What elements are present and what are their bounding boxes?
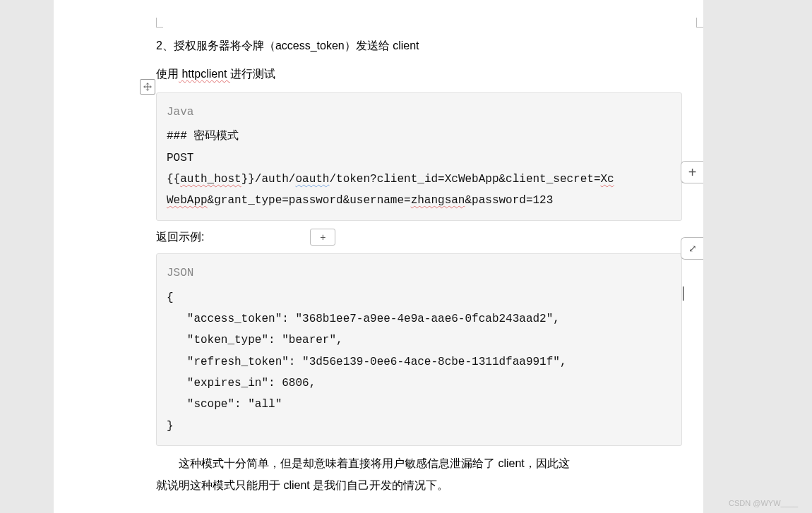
page-margin-marker-right xyxy=(696,18,703,28)
code-content-request: ### 密码模式 POST {{auth_host}}/auth/oauth/t… xyxy=(167,126,671,212)
code-seg: }}/auth/ xyxy=(241,173,296,186)
summary-line2: 就说明这种模式只能用于 client 是我们自己开发的情况下。 xyxy=(133,475,448,496)
move-handle-icon[interactable] xyxy=(140,79,155,95)
code-lang-label-json: JSON xyxy=(167,262,671,284)
expand-icon: ⤢ xyxy=(688,243,697,254)
paragraph-test: 使用 httpclient 进行测试 xyxy=(156,64,682,85)
mid-row: 返回示例: + xyxy=(156,227,682,248)
plus-icon: + xyxy=(320,231,326,243)
httpclient-link[interactable]: httpclient xyxy=(179,68,230,80)
code-seg: &password=123 xyxy=(465,194,553,207)
document-page: 2、授权服务器将令牌（access_token）发送给 client 使用 ht… xyxy=(54,0,703,513)
code-seg: &grant_type=password&username= xyxy=(208,194,411,207)
text-pre: 使用 xyxy=(156,68,179,80)
code-seg: zhangsan xyxy=(411,194,465,207)
add-button[interactable]: + xyxy=(310,229,335,246)
text-post: 进行测试 xyxy=(230,68,275,80)
page-margin-marker-left xyxy=(156,18,163,28)
return-example-label: 返回示例: xyxy=(156,227,204,248)
code-block-response: JSON { "access_token": "368b1ee7-a9ee-4e… xyxy=(156,253,682,446)
code-block-request: Java ### 密码模式 POST {{auth_host}}/auth/oa… xyxy=(156,92,682,221)
code-line-2: POST xyxy=(167,152,193,164)
summary-line1: 这种模式十分简单，但是却意味着直接将用户敏感信息泄漏给了 client，因此这 xyxy=(179,457,570,469)
code-lang-label: Java xyxy=(167,102,671,123)
paragraph-summary: 这种模式十分简单，但是却意味着直接将用户敏感信息泄漏给了 client，因此这 … xyxy=(156,453,682,496)
code-seg: {{ xyxy=(167,173,180,186)
plus-icon: + xyxy=(688,164,697,181)
zoom-in-button[interactable]: + xyxy=(681,161,703,183)
code-content-response: { "access_token": "368b1ee7-a9ee-4e9a-aa… xyxy=(167,287,671,437)
code-seg: /token?client_id=XcWebApp&client_secret= xyxy=(329,173,600,186)
text-cursor xyxy=(683,286,683,301)
expand-button[interactable]: ⤢ xyxy=(681,237,703,260)
code-seg: WebApp xyxy=(167,194,208,207)
document-content: 2、授权服务器将令牌（access_token）发送给 client 使用 ht… xyxy=(54,35,703,496)
paragraph-step: 2、授权服务器将令牌（access_token）发送给 client xyxy=(156,35,682,56)
code-line-1: ### 密码模式 xyxy=(167,130,239,143)
code-seg: auth_host xyxy=(180,173,241,186)
code-seg: oauth xyxy=(295,173,329,186)
code-seg: Xc xyxy=(601,173,614,186)
watermark-text: CSDN @WYW____ xyxy=(729,499,798,507)
